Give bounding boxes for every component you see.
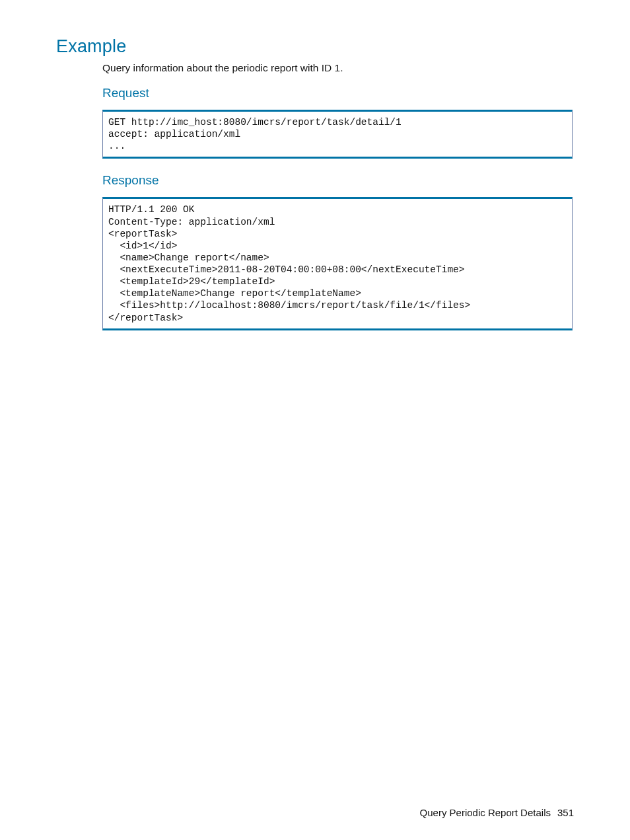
request-heading: Request — [102, 86, 574, 100]
footer-title: Query Periodic Report Details — [420, 807, 551, 818]
response-heading: Response — [102, 173, 574, 188]
example-heading: Example — [56, 36, 574, 57]
intro-text: Query information about the periodic rep… — [102, 62, 574, 74]
footer-page-number: 351 — [557, 807, 574, 818]
page-footer: Query Periodic Report Details351 — [420, 807, 574, 818]
response-code-block: HTTP/1.1 200 OK Content-Type: applicatio… — [102, 197, 573, 330]
request-code-block: GET http://imc_host:8080/imcrs/report/ta… — [102, 110, 573, 159]
